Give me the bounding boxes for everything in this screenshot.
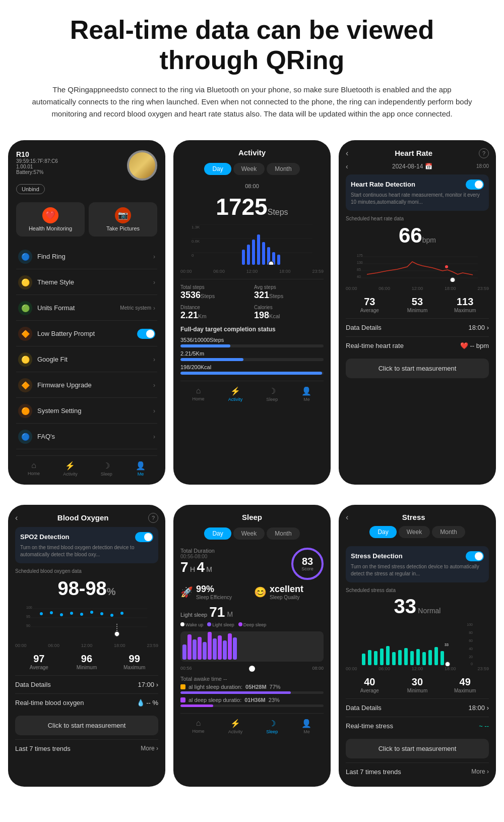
tab-day[interactable]: Day	[204, 163, 231, 175]
sleep-score-value: 83	[302, 556, 313, 566]
stress-detection-toggle[interactable]	[466, 551, 484, 561]
system-setting-label: System Setting	[37, 407, 81, 415]
spo2-data-details-row[interactable]: Data Details 17:00 ›	[15, 675, 158, 693]
hr-metrics: 73 Average 53 Minimum 113 Maximum	[346, 296, 489, 313]
units-format-icon: 🟢	[18, 301, 32, 315]
hr-detection-toggle[interactable]	[466, 180, 484, 190]
unbind-button[interactable]: Unbind	[16, 184, 45, 194]
spo2-measure-button[interactable]: Click to start measurement	[15, 716, 158, 735]
firmware-label: Firmware Upgrade	[37, 381, 92, 389]
hr-chart-labels: 00:00 06:00 12:00 18:00 23:59	[346, 286, 489, 291]
menu-icons: ❤️ Health Monitoring 📷 Take Pictures	[16, 202, 157, 237]
take-pictures-item[interactable]: 📷 Take Pictures	[89, 202, 157, 237]
tab-week[interactable]: Week	[233, 163, 265, 175]
google-fit-item[interactable]: 🟡 Google Fit ›	[16, 347, 157, 372]
nav-me[interactable]: 👤 Me	[136, 461, 146, 477]
sleep-quality-stat: 😊 xcellent Sleep Quality	[254, 584, 324, 600]
tab-month[interactable]: Month	[267, 163, 299, 175]
svg-rect-51	[386, 646, 390, 665]
phone-activity: Activity Day Week Month 08:00 1725Steps …	[173, 140, 331, 485]
sleep-quality-label: Sleep Quality	[270, 595, 303, 600]
nav-sleep[interactable]: ☽ Sleep	[101, 461, 112, 477]
hr-minimum: 53 Minimum	[394, 296, 442, 313]
low-battery-toggle[interactable]	[137, 329, 155, 339]
stress-tab-week[interactable]: Week	[399, 526, 430, 538]
stress-maximum: 49 Maximum	[441, 676, 489, 693]
back-button[interactable]: ‹	[346, 149, 348, 158]
hr-measure-button[interactable]: Click to start measurement	[346, 359, 489, 378]
nav-me[interactable]: 👤Me	[301, 386, 311, 402]
find-ring-item[interactable]: 🔵 Find Ring ›	[16, 245, 157, 269]
stress-back-button[interactable]: ‹	[346, 513, 348, 522]
theme-style-icon: 🟡	[18, 275, 32, 289]
sleep-tab-month[interactable]: Month	[267, 527, 299, 540]
activity-chart-labels: 00:00 06:00 12:00 18:00 23:59	[180, 269, 324, 274]
spo2-back-button[interactable]: ‹	[15, 513, 18, 522]
date-nav-row: ‹ 2024-08-14 📅 18:00	[346, 162, 489, 170]
sleep-scrubber[interactable]	[249, 666, 255, 672]
faqs-icon: 🔵	[18, 430, 32, 444]
svg-text:175: 175	[357, 254, 363, 257]
firmware-icon: 🔶	[18, 378, 32, 392]
bpm-unit: bpm	[422, 236, 436, 244]
svg-rect-47	[362, 654, 365, 665]
stress-metrics: 40 Average 30 Minimum 49 Maximum	[346, 676, 489, 693]
nav-home[interactable]: ⌂ Home	[28, 461, 40, 477]
stress-tab-day[interactable]: Day	[369, 526, 396, 538]
svg-text:0: 0	[192, 253, 194, 258]
system-setting-item[interactable]: 🟠 System Setting ›	[16, 399, 157, 424]
low-battery-label: Low Battery Prompt	[37, 330, 95, 337]
nav-home[interactable]: ⌂Home	[193, 719, 205, 734]
svg-text:40: 40	[357, 275, 361, 278]
health-monitoring-item[interactable]: ❤️ Health Monitoring	[16, 202, 85, 237]
sleep-quality-value: xcellent	[270, 584, 303, 595]
faqs-item[interactable]: 🔵 FAQ's ›	[16, 425, 157, 449]
theme-style-item[interactable]: 🟡 Theme Style ›	[16, 270, 157, 295]
stress-last-trends-row[interactable]: Last 7 times trends More ›	[346, 762, 489, 781]
help-button[interactable]: ?	[479, 148, 489, 158]
find-ring-icon: 🔵	[18, 250, 32, 264]
nav-home[interactable]: ⌂Home	[193, 386, 205, 402]
svg-text:1.3K: 1.3K	[192, 225, 200, 229]
sleep-duration-info: Total Duration 00:56-08:00 7 H 4 M	[180, 548, 215, 575]
spo2-detection-toggle[interactable]	[135, 532, 153, 542]
spo2-help-button[interactable]: ?	[148, 513, 158, 523]
spo2-detection-card: SPO2 Detection Turn on the timed blood o…	[15, 527, 158, 563]
svg-point-39	[120, 612, 123, 615]
data-details-row[interactable]: Data Details 18:00 ›	[346, 318, 489, 336]
svg-rect-54	[404, 648, 408, 665]
nav-activity[interactable]: ⚡ Activity	[63, 461, 78, 477]
stress-tab-month[interactable]: Month	[432, 526, 465, 538]
sleep-mins: 4	[197, 559, 205, 575]
prev-date-btn[interactable]: ‹	[346, 162, 348, 170]
heart-rate-header: ‹ Heart Rate ?	[346, 148, 489, 158]
stress-measure-button[interactable]: Click to start measurement	[346, 739, 489, 758]
light-sleep-display: Light sleep 71 M	[180, 604, 324, 620]
sleep-tab-week[interactable]: Week	[233, 527, 265, 540]
nav-sleep[interactable]: ☽Sleep	[266, 386, 278, 402]
svg-text:20: 20	[469, 655, 473, 659]
low-battery-prompt-item[interactable]: 🔶 Low Battery Prompt	[16, 322, 157, 346]
activity-title: Activity	[180, 148, 324, 157]
stress-data-details-row[interactable]: Data Details 18:00 ›	[346, 698, 489, 717]
nav-activity[interactable]: ⚡Activity	[228, 386, 243, 402]
stress-value: 33	[394, 595, 417, 617]
svg-rect-58	[428, 650, 432, 665]
last-trends-row[interactable]: Last 7 times trends More ›	[15, 739, 158, 757]
nav-me[interactable]: 👤Me	[301, 719, 311, 734]
sleep-tab-day[interactable]: Day	[204, 527, 231, 540]
phones-grid-row1: R10 39:59:15:7F:87:C6 1.00.01 Battery:57…	[0, 130, 504, 495]
units-format-label: Units Format	[37, 304, 75, 312]
nav-activity[interactable]: ⚡Activity	[228, 719, 243, 734]
svg-rect-10	[262, 242, 265, 265]
phones-grid-row2: ‹ Blood Oxygen ? SPO2 Detection Turn on …	[0, 495, 504, 797]
spo2-detection-title: SPO2 Detection	[20, 532, 153, 542]
activity-stats: Total steps 3536Steps Avg steps 321Steps…	[180, 284, 324, 321]
activity-bottom-nav: ⌂Home ⚡Activity ☽Sleep 👤Me	[180, 381, 324, 404]
units-format-item[interactable]: 🟢 Units Format Metric system ›	[16, 296, 157, 321]
svg-rect-53	[398, 650, 402, 665]
svg-text:0: 0	[471, 662, 473, 666]
firmware-upgrade-item[interactable]: 🔶 Firmware Upgrade ›	[16, 373, 157, 398]
nav-sleep[interactable]: ☽Sleep	[266, 719, 278, 734]
sleep-legend: Wake up Light sleep Deep sleep	[180, 622, 324, 627]
